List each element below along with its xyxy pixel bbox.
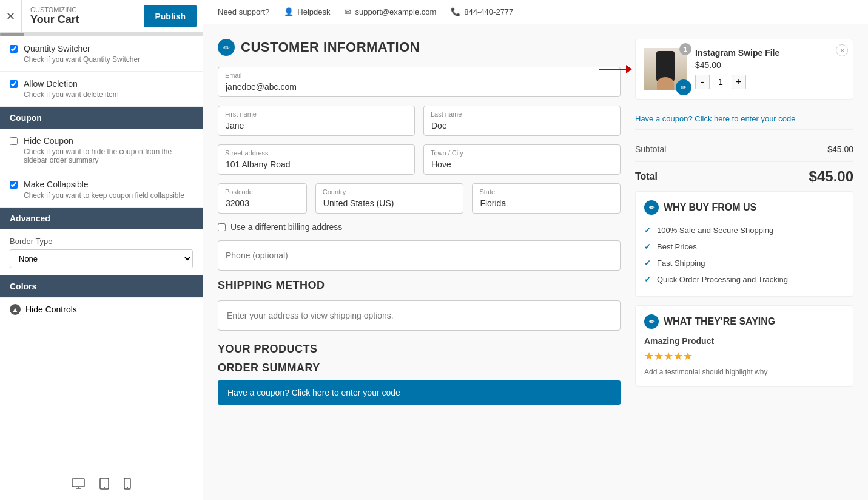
make-collapsible-label: Make Collapsible	[24, 180, 184, 189]
qty-increase-btn[interactable]: +	[732, 75, 746, 89]
phone-icon: 📞	[451, 7, 460, 16]
testimonial-title: ✏ WHAT THEY'RE SAYING	[644, 314, 844, 329]
email-group: Email	[218, 67, 621, 97]
close-button[interactable]: ✕	[0, 0, 22, 32]
desktop-device-btn[interactable]	[69, 475, 87, 495]
address-row: Street address Town / City	[218, 144, 621, 175]
testimonial-text: Add a testimonial should highlight why	[644, 367, 844, 377]
email-label: Email	[225, 72, 242, 79]
svg-rect-0	[72, 479, 84, 487]
sidebar-title-block: Customizing Your Cart	[22, 0, 144, 32]
why-buy-item-4-text: Quick Order Processing and Tracking	[657, 275, 788, 284]
street-field: Street address	[218, 144, 415, 175]
cart-item-price: $45.00	[695, 60, 844, 70]
allow-deletion-desc: Check if you want delete item	[24, 90, 119, 99]
city-label: Town / City	[431, 149, 463, 157]
publish-button[interactable]: Publish	[144, 5, 197, 27]
hide-controls-icon: ▲	[10, 304, 21, 315]
hide-coupon-checkbox[interactable]	[10, 137, 18, 145]
why-buy-section: ✏ WHY BUY FROM US ✓ 100% Safe and Secure…	[635, 191, 853, 297]
testimonial-author: Amazing Product	[644, 336, 844, 346]
edit-icon-circle[interactable]: ✏	[676, 79, 691, 95]
quantity-switcher-section: Quantity Switcher Check if you want Quan…	[0, 36, 203, 72]
tablet-device-btn[interactable]	[97, 475, 112, 495]
testimonial-stars: ★★★★★	[644, 350, 844, 363]
street-label: Street address	[225, 149, 269, 157]
cart-item-inner: ✏ 1 Instagram Swipe File $45.00 - 1 +	[644, 48, 844, 90]
cart-item-card: ✏ 1 Instagram Swipe File $45.00 - 1 + ✕	[635, 39, 853, 100]
cart-item-details: Instagram Swipe File $45.00 - 1 +	[695, 48, 844, 89]
coupon-section-header: Coupon	[0, 107, 203, 129]
right-sidebar: ✏ 1 Instagram Swipe File $45.00 - 1 + ✕	[635, 39, 853, 405]
helpdesk-icon: 👤	[284, 7, 294, 16]
phone-field	[218, 240, 621, 271]
cart-item-close-btn[interactable]: ✕	[836, 44, 848, 56]
total-label: Total	[635, 171, 658, 182]
check-icon-2: ✓	[644, 242, 651, 251]
scroll-thumb	[0, 33, 24, 36]
why-buy-title: ✏ WHY BUY FROM US	[644, 200, 844, 215]
qty-decrease-btn[interactable]: -	[695, 75, 710, 89]
check-icon-3: ✓	[644, 258, 651, 268]
hide-coupon-desc: Check if you want to hide the coupon fro…	[24, 147, 193, 164]
quantity-switcher-desc: Check if you want Quantity Switcher	[24, 55, 140, 64]
location-row: Postcode Country State	[218, 183, 621, 214]
why-buy-item-4: ✓ Quick Order Processing and Tracking	[644, 271, 844, 288]
email-address[interactable]: support@example.com	[355, 7, 436, 16]
why-buy-title-text: WHY BUY FROM US	[664, 202, 756, 213]
border-type-select[interactable]: None Solid Dashed Dotted Double	[10, 249, 193, 268]
quantity-switcher-checkbox[interactable]	[10, 45, 18, 53]
helpdesk-label[interactable]: Helpdesk	[297, 7, 330, 16]
hide-controls-row[interactable]: ▲ Hide Controls	[0, 297, 203, 321]
allow-deletion-checkbox[interactable]	[10, 80, 18, 88]
coupon-link[interactable]: Have a coupon? Click here to enter your …	[635, 108, 853, 130]
close-icon: ✕	[6, 10, 15, 23]
quantity-switcher-label: Quantity Switcher	[24, 44, 140, 53]
page-layout: ✏ CUSTOMER INFORMATION Email First name …	[203, 24, 868, 419]
main-content: Need support? 👤 Helpdesk ✉ support@examp…	[203, 0, 868, 500]
form-column: ✏ CUSTOMER INFORMATION Email First name …	[218, 39, 621, 405]
mobile-icon	[124, 478, 131, 490]
coupon-bar[interactable]: Have a coupon? Click here to enter your …	[218, 380, 621, 405]
testimonial-icon: ✏	[644, 314, 659, 329]
why-buy-item-3-text: Fast Shipping	[657, 258, 705, 268]
cart-item-qty: - 1 +	[695, 75, 844, 89]
subtotal-value: $45.00	[827, 144, 853, 154]
item-badge: 1	[679, 43, 691, 55]
mobile-device-btn[interactable]	[121, 475, 133, 495]
subtotal-label: Subtotal	[635, 144, 666, 154]
last-name-field: Last name	[423, 106, 621, 136]
email-icon: ✉	[345, 7, 351, 16]
customizing-label: Customizing	[30, 6, 135, 13]
email-input[interactable]	[218, 67, 621, 97]
allow-deletion-section: Allow Deletion Check if you want delete …	[0, 72, 203, 107]
cart-item-name: Instagram Swipe File	[695, 48, 844, 58]
postcode-label: Postcode	[225, 188, 253, 195]
state-label: State	[479, 188, 495, 195]
last-name-label: Last name	[431, 110, 462, 118]
shipping-input[interactable]	[218, 300, 621, 331]
phone-input[interactable]	[218, 240, 621, 271]
your-products-title: YOUR PRODUCTS	[218, 343, 621, 356]
order-summary-title: ORDER SUMMARY	[218, 362, 621, 374]
check-icon-4: ✓	[644, 275, 651, 284]
hide-coupon-section: Hide Coupon Check if you want to hide th…	[0, 129, 203, 172]
customer-info-edit-icon[interactable]: ✏	[218, 39, 235, 56]
sidebar-scroll: Quantity Switcher Check if you want Quan…	[0, 36, 203, 470]
total-row: Total $45.00	[635, 161, 853, 191]
country-label: Country	[323, 188, 346, 195]
arrow-head	[626, 65, 632, 73]
make-collapsible-checkbox[interactable]	[10, 181, 18, 189]
svg-point-2	[104, 487, 105, 488]
shipping-title: SHIPPING METHOD	[218, 279, 621, 292]
why-buy-item-2-text: Best Prices	[657, 242, 697, 251]
helpdesk-item: 👤 Helpdesk	[284, 7, 330, 16]
first-name-field: First name	[218, 106, 415, 136]
border-type-label: Border Type	[10, 237, 193, 246]
product-hand	[657, 77, 674, 90]
email-field: Email	[218, 67, 621, 97]
billing-checkbox[interactable]	[218, 223, 226, 231]
desktop-icon	[72, 478, 85, 489]
name-row: First name Last name	[218, 106, 621, 136]
colors-section-header: Colors	[0, 275, 203, 297]
